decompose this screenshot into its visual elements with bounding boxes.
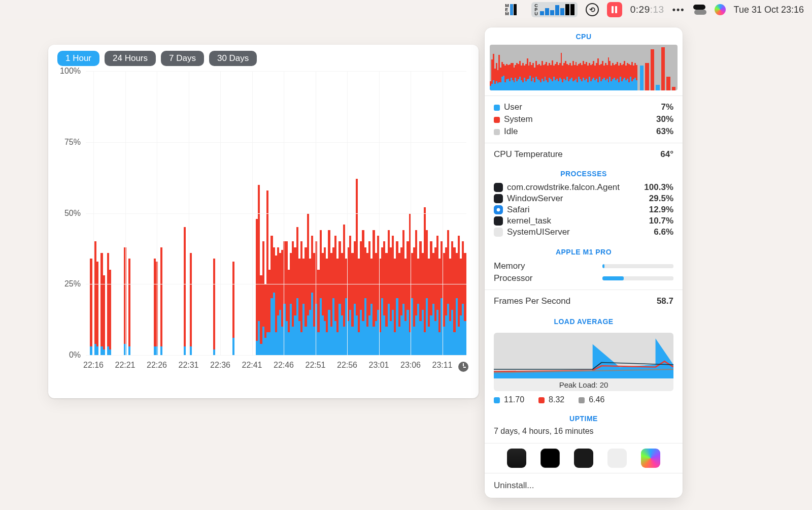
overflow-icon[interactable]: ••• (672, 4, 685, 16)
clock-icon[interactable] (458, 362, 468, 372)
cpu-section-title: CPU (485, 27, 683, 45)
rewind-icon[interactable]: ⟲ (586, 3, 599, 16)
clock-display[interactable]: Tue 31 Oct 23:16 (734, 4, 804, 16)
process-row[interactable]: com.crowdstrike.falcon.Agent100.3% (494, 182, 673, 193)
process-row[interactable]: SystemUIServer6.6% (494, 227, 673, 238)
process-row[interactable]: Safari12.9% (494, 204, 673, 215)
uptime-title: UPTIME (485, 409, 683, 427)
process-row[interactable]: kernel_task10.7% (494, 215, 673, 227)
load-chart (494, 333, 673, 378)
soc-title: APPLE M1 PRO (485, 243, 683, 260)
app-terminal-icon[interactable] (574, 449, 593, 468)
range-tabs: 1 Hour24 Hours7 Days30 Days (57, 51, 466, 66)
cpu-usage-section: User7% System30% Idle63% (485, 95, 683, 143)
app-activity-icon[interactable] (507, 449, 526, 468)
menubar-cpu-icon[interactable]: CPU (531, 2, 578, 17)
menubar: MEM CPU ⟲ 0:29:13 ••• Tue 31 Oct 23:16 (0, 0, 812, 19)
load-title: LOAD AVERAGE (485, 312, 683, 330)
processes-title: PROCESSES (485, 166, 683, 182)
menubar-mem-icon[interactable]: MEM (505, 3, 523, 17)
timer-display: 0:29:13 (630, 4, 664, 16)
cpu-mini-chart (490, 45, 678, 90)
load-section: Peak Load: 20 11.708.326.46 (485, 333, 683, 409)
app-speed-icon[interactable] (641, 449, 660, 468)
range-tab-24-hours[interactable]: 24 Hours (105, 51, 156, 66)
processor-bar (602, 276, 673, 280)
peak-load-label: Peak Load: 20 (494, 378, 673, 391)
range-tab-1-hour[interactable]: 1 Hour (57, 51, 99, 66)
range-tab-30-days[interactable]: 30 Days (209, 51, 257, 66)
fps-section: Frames Per Second58.7 (485, 290, 683, 312)
pause-button[interactable] (607, 2, 622, 17)
uptime-section: 7 days, 4 hours, 16 minutes (485, 427, 683, 443)
cpu-history-chart: 0%25%50%75%100% (86, 71, 466, 356)
processes-section: com.crowdstrike.falcon.Agent100.3%Window… (485, 182, 683, 243)
memory-bar (602, 264, 673, 268)
app-launcher-row (485, 443, 683, 473)
soc-section: Memory Processor (485, 260, 683, 290)
control-center-icon[interactable] (693, 5, 706, 15)
cpu-temp-section: CPU Temperature64° (485, 143, 683, 166)
load-legend-item: 6.46 (579, 395, 604, 404)
uninstall-button[interactable]: Uninstall... (485, 473, 683, 498)
load-legend-item: 11.70 (494, 395, 524, 404)
x-axis: 22:1622:2122:2622:3122:3622:4122:4622:51… (86, 361, 466, 373)
process-row[interactable]: WindowServer29.5% (494, 193, 673, 204)
siri-icon[interactable] (715, 4, 726, 15)
load-legend-item: 8.32 (538, 395, 564, 404)
cpu-history-window: 1 Hour24 Hours7 Days30 Days 0%25%50%75%1… (48, 45, 479, 398)
cpu-panel: CPU User7% System30% Idle63% CPU Tempera… (485, 27, 683, 498)
app-cleaner-icon[interactable] (607, 449, 627, 468)
app-console-icon[interactable] (540, 449, 560, 468)
range-tab-7-days[interactable]: 7 Days (161, 51, 204, 66)
